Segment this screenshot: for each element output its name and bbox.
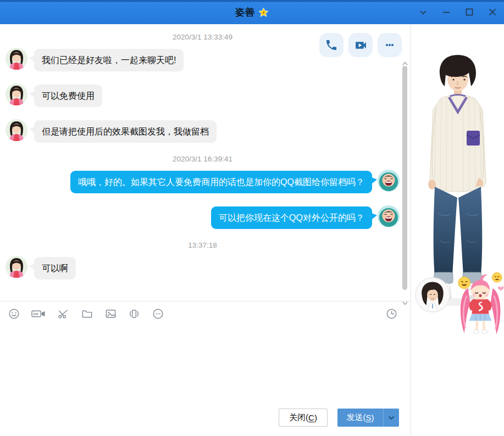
send-label-wrap[interactable]: 发送(S) bbox=[337, 409, 383, 427]
composer-toolbar: GIF bbox=[0, 301, 411, 326]
scroll-up-icon[interactable] bbox=[402, 58, 408, 63]
incoming-message-row: 可以免费使用 bbox=[5, 83, 400, 107]
outgoing-message-row: 哦哦，好的。如果其它人要免费商用的话也是加你的QQ截图给你留档吗？ bbox=[5, 170, 400, 193]
send-label-suffix: ) bbox=[372, 413, 374, 422]
self-avatar[interactable] bbox=[378, 205, 400, 227]
message-bubble: 但是请把使用后的效果截图发我，我做留档 bbox=[34, 120, 217, 143]
send-label: 发送( bbox=[346, 412, 365, 423]
window-title: 姿善 bbox=[235, 6, 255, 19]
ellipsis-icon bbox=[383, 38, 396, 52]
scrollbar-thumb[interactable] bbox=[402, 66, 407, 290]
contact-avatar[interactable] bbox=[5, 256, 27, 278]
svg-text:z: z bbox=[263, 10, 265, 15]
message-bubble: 可以啊 bbox=[34, 257, 76, 280]
send-hotkey: S bbox=[365, 413, 371, 422]
close-hotkey: C bbox=[308, 413, 314, 422]
gif-hot-image-icon[interactable]: GIF bbox=[30, 306, 47, 321]
close-label-suffix: ) bbox=[314, 413, 317, 422]
call-action-bar bbox=[319, 33, 402, 57]
timestamp: 13:37:18 bbox=[5, 241, 400, 249]
emoji-icon[interactable] bbox=[7, 306, 21, 321]
send-button[interactable]: 发送(S) bbox=[337, 409, 399, 427]
qq-show-panel bbox=[411, 24, 504, 436]
contact-photo-avatar bbox=[415, 277, 450, 312]
message-input[interactable] bbox=[0, 326, 411, 404]
composer bbox=[0, 326, 411, 404]
message-history-clock-icon[interactable] bbox=[384, 306, 398, 321]
outgoing-message-row: 可以把你现在这个QQ对外公开的吗？ bbox=[5, 205, 400, 229]
chibi-pet-character bbox=[456, 268, 504, 342]
qq-chat-window: { "window": { "title": "姿善", "star_icon"… bbox=[0, 0, 504, 436]
message-bubble: 哦哦，好的。如果其它人要免费商用的话也是加你的QQ截图给你留档吗？ bbox=[70, 171, 372, 193]
more-actions-button[interactable] bbox=[378, 33, 402, 57]
window-controls bbox=[417, 0, 499, 24]
scroll-down-icon[interactable] bbox=[402, 298, 408, 302]
contact-avatar[interactable] bbox=[5, 119, 27, 141]
vip-star-icon: z bbox=[258, 7, 269, 18]
contact-avatar[interactable] bbox=[5, 48, 27, 70]
titlebar: 姿善 z bbox=[0, 0, 504, 24]
message-bubble: 可以把你现在这个QQ对外公开的吗？ bbox=[211, 206, 372, 229]
gif-label: GIF bbox=[33, 312, 38, 316]
chat-scrollbar bbox=[402, 58, 408, 302]
phone-icon bbox=[325, 38, 338, 52]
timestamp: 2020/3/1 16:39:41 bbox=[5, 155, 400, 163]
send-image-icon[interactable] bbox=[103, 306, 118, 321]
video-call-button[interactable] bbox=[348, 33, 373, 57]
voice-call-button[interactable] bbox=[319, 33, 344, 57]
incoming-message-row: 但是请把使用后的效果截图发我，我做留档 bbox=[5, 119, 400, 143]
close-icon[interactable] bbox=[486, 6, 499, 18]
close-label: 关闭( bbox=[289, 412, 308, 423]
chat-column: 2020/3/1 13:33:49 我们已经是好友啦，一起来聊天吧! 可以免费使… bbox=[0, 24, 411, 436]
minimize-icon[interactable] bbox=[440, 6, 452, 18]
message-bubble: 可以免费使用 bbox=[34, 85, 102, 107]
contact-avatar[interactable] bbox=[5, 83, 27, 105]
rollup-chevron-icon[interactable] bbox=[417, 6, 429, 18]
video-camera-icon bbox=[354, 38, 368, 52]
incoming-message-row: 可以啊 bbox=[5, 256, 400, 280]
window-shake-icon[interactable] bbox=[127, 306, 141, 321]
send-file-folder-icon[interactable] bbox=[80, 306, 94, 321]
main-area: 2020/3/1 13:33:49 我们已经是好友啦，一起来聊天吧! 可以免费使… bbox=[0, 24, 504, 436]
message-list: 2020/3/1 13:33:49 我们已经是好友啦，一起来聊天吧! 可以免费使… bbox=[0, 24, 411, 301]
chevron-down-icon bbox=[388, 416, 395, 420]
screenshot-scissors-icon[interactable] bbox=[56, 306, 70, 321]
self-avatar[interactable] bbox=[378, 170, 400, 192]
more-tools-icon[interactable] bbox=[151, 306, 165, 321]
send-options-dropdown[interactable] bbox=[383, 409, 399, 427]
maximize-icon[interactable] bbox=[463, 6, 475, 18]
message-bubble: 我们已经是好友啦，一起来聊天吧! bbox=[34, 49, 184, 71]
close-button[interactable]: 关闭(C) bbox=[279, 409, 328, 427]
footer-bar: 关闭(C) 发送(S) bbox=[0, 404, 411, 436]
